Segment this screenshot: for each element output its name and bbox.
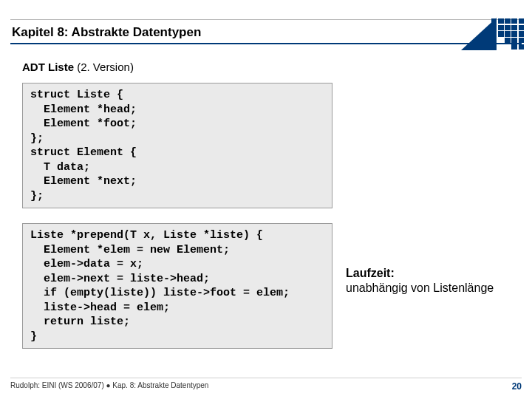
runtime-note: Laufzeit: unabhängig von Listenlänge <box>346 266 494 296</box>
top-rule <box>10 19 522 20</box>
code-block-struct: struct Liste { Element *head; Element *f… <box>22 83 332 208</box>
code-block-prepend: Liste *prepend(T x, Liste *liste) { Elem… <box>22 223 332 349</box>
footer: Rudolph: EINI (WS 2006/07) ● Kap. 8: Abs… <box>10 378 522 392</box>
title-underline <box>10 43 522 44</box>
section-subtitle: ADT Liste (2. Version) <box>22 61 134 73</box>
subtitle-bold: ADT Liste <box>22 61 74 73</box>
logo-squares <box>491 18 525 50</box>
runtime-note-text: unabhängig von Listenlänge <box>346 282 494 294</box>
footer-text: Rudolph: EINI (WS 2006/07) ● Kap. 8: Abs… <box>10 381 208 392</box>
page-number: 20 <box>512 381 522 392</box>
runtime-note-label: Laufzeit: <box>346 267 395 279</box>
subtitle-rest: (2. Version) <box>74 61 134 73</box>
logo <box>461 18 525 50</box>
chapter-title: Kapitel 8: Abstrakte Datentypen <box>12 25 201 40</box>
